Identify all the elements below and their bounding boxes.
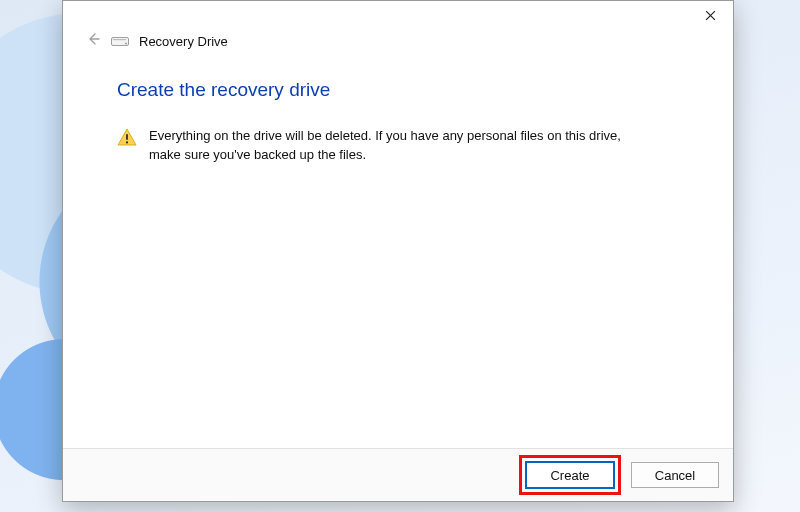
warning-icon (117, 128, 137, 150)
svg-rect-1 (113, 39, 126, 40)
warning-row: Everything on the drive will be deleted.… (117, 127, 679, 165)
app-title: Recovery Drive (139, 34, 228, 49)
wizard-content: Create the recovery drive Everything on … (63, 49, 733, 448)
warning-text: Everything on the drive will be deleted.… (149, 127, 649, 165)
close-icon (705, 8, 716, 24)
page-heading: Create the recovery drive (117, 79, 679, 101)
create-button-highlight: Create (519, 455, 621, 495)
svg-point-2 (125, 43, 127, 45)
svg-point-4 (126, 141, 128, 143)
desktop-background: Recovery Drive Create the recovery drive… (0, 0, 800, 512)
close-button[interactable] (687, 1, 733, 31)
back-button[interactable] (85, 33, 101, 49)
arrow-left-icon (86, 32, 100, 50)
titlebar (63, 1, 733, 35)
svg-rect-3 (126, 134, 128, 140)
create-button[interactable]: Create (525, 461, 615, 489)
wizard-header: Recovery Drive (63, 33, 733, 49)
drive-icon (111, 35, 129, 47)
cancel-button[interactable]: Cancel (631, 462, 719, 488)
recovery-drive-wizard-window: Recovery Drive Create the recovery drive… (62, 0, 734, 502)
wizard-footer: Create Cancel (63, 448, 733, 501)
